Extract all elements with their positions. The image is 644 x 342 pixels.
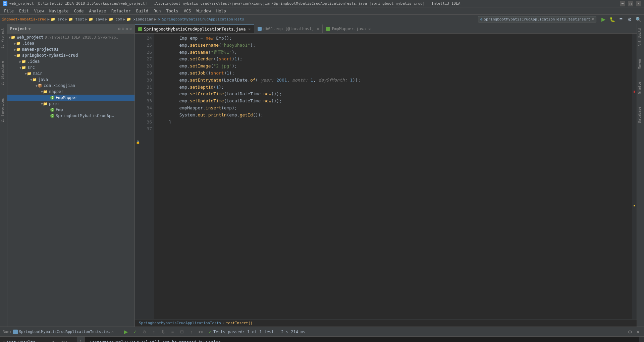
ant-build-label[interactable]: Ant Build	[637, 26, 644, 49]
close-button[interactable]: ✕	[636, 1, 641, 6]
menu-build[interactable]: Build	[133, 8, 151, 14]
menu-edit[interactable]: Edit	[16, 8, 32, 14]
favorites-panel-label[interactable]: 2: Favorites	[0, 95, 7, 125]
breadcrumb-java[interactable]: 📁 java	[89, 17, 104, 21]
left-panel-labels: 1: Project 2: Structure 2: Favorites	[0, 24, 7, 327]
menu-vcs[interactable]: VCS	[181, 8, 194, 14]
tree-springboot-class[interactable]: C SpringbootMybatisCrudAp…	[7, 113, 135, 119]
breadcrumb-com[interactable]: 📁 com	[109, 17, 122, 21]
title-text: web_project [D:\IntelliJ IDEA 2018.3.5\w…	[9, 1, 620, 6]
breadcrumb-class[interactable]: SpringbootMybatisCrudApplicationTests	[139, 321, 221, 325]
menu-refactor[interactable]: Refactor	[109, 8, 133, 14]
database-label[interactable]: Database	[637, 104, 644, 126]
tree-emp-mapper[interactable]: I EmpMapper	[7, 95, 135, 101]
bottom-panel: Run: SpringbootMybatisCrudApplicationTes…	[0, 327, 644, 342]
tree-pojo[interactable]: ▼ 📁 pojo	[7, 101, 135, 107]
tree-java[interactable]: ▼ 📁 java	[7, 77, 135, 83]
tab-close-db-icon[interactable]: ✕	[317, 27, 319, 31]
run-config-name[interactable]: SpringbootMybatisCrudApplicationTests.te…	[19, 330, 110, 334]
tab-tests-java[interactable]: SpringbootMybatisCrudApplicationTests.ja…	[135, 25, 254, 33]
tree-package[interactable]: ▼ 📦 com.xiongjian	[7, 83, 135, 89]
breadcrumb-module[interactable]: ingboot-mybatis-crud	[2, 17, 46, 21]
coverage-button[interactable]: ☂	[617, 16, 625, 23]
run-stop-button[interactable]: ⊘	[141, 328, 148, 336]
code-line-24: Emp emp = new Emp();	[158, 35, 628, 42]
titlebar: I web_project [D:\IntelliJ IDEA 2018.3.5…	[0, 0, 644, 7]
tree-src[interactable]: ▼ 📁 src	[7, 64, 135, 70]
project-panel: Project ▼ ⊕ ≡ ⚙ ✕ ▼ 📁 web_project D:\Int…	[7, 24, 135, 327]
run-settings-btn[interactable]: ⚙	[627, 329, 633, 335]
test-results-label: Test Results	[6, 340, 36, 342]
run-config-label: SpringbootMybatisCrudApplicationTests.te…	[484, 17, 590, 21]
tree-emp[interactable]: C Emp	[7, 107, 135, 113]
tree-springboot-idea[interactable]: ▶ 📁 .idea	[7, 58, 135, 64]
tab-db[interactable]: db01.emp [@localhost] ✕	[254, 25, 323, 33]
maven-label[interactable]: Maven	[637, 56, 644, 72]
gutter-marker-35	[135, 130, 141, 138]
gradle-label[interactable]: Gradle	[637, 79, 644, 97]
menu-code[interactable]: Code	[71, 8, 87, 14]
gutter-marker-31	[135, 95, 141, 104]
run-config-dropdown-icon[interactable]: ▼	[592, 17, 594, 21]
project-view-dropdown[interactable]: ▼	[29, 27, 31, 31]
run-check-button[interactable]: ✓	[131, 328, 139, 336]
console-btn-1[interactable]: ↑	[78, 338, 84, 342]
structure-panel-label[interactable]: 2: Structure	[0, 58, 7, 88]
breadcrumb-xiongjian[interactable]: 📁 xiongjian	[126, 17, 153, 21]
menu-analyze[interactable]: Analyze	[86, 8, 109, 14]
tree-springboot[interactable]: ▼ 📁 springboot-mybatis-crud	[7, 52, 135, 58]
tab-emp-mapper[interactable]: EmpMapper.java ✕	[323, 25, 374, 33]
settings-button[interactable]: ⚙	[626, 16, 633, 23]
run-close-btn[interactable]: ✕	[635, 329, 641, 335]
tree-root[interactable]: ▼ 📁 web_project D:\IntelliJ IDEA 2018.3.…	[7, 34, 135, 40]
run-more[interactable]: >>	[199, 330, 203, 334]
tree-maven[interactable]: ▶ 📁 maven-project01	[7, 46, 135, 52]
run-sort2-button[interactable]: ⇅	[160, 328, 167, 336]
run-sort-button[interactable]: ↕	[150, 328, 158, 336]
gutter-marker-34	[135, 121, 141, 130]
project-settings-icon[interactable]: ⚙	[126, 27, 128, 31]
test-tree: ▼ Test Results 2 s 214 ms ▼ ✓ Springboot…	[0, 337, 77, 342]
debug-button[interactable]: 🐛	[608, 16, 616, 23]
minimize-button[interactable]: ─	[620, 1, 625, 6]
chevron-icon: ▼	[3, 340, 5, 342]
run-up-button[interactable]: ↑	[188, 328, 195, 336]
breadcrumb-method[interactable]: testInsert()	[226, 321, 253, 325]
breadcrumb-class[interactable]: ⚙ SpringbootMybatisCrudApplicationTests	[158, 17, 244, 21]
project-panel-label[interactable]: 1: Project	[0, 26, 7, 51]
run-config-selector[interactable]: ⚙ SpringbootMybatisCrudApplicationTests.…	[478, 16, 596, 22]
divider	[118, 329, 118, 335]
project-collapse-icon[interactable]: ≡	[122, 27, 124, 31]
project-locate-icon[interactable]: ⊕	[118, 27, 120, 31]
code-line-29: emp.setJob((short)1);	[158, 70, 628, 77]
run-expand-button[interactable]: ≡	[169, 328, 176, 336]
code-content[interactable]: Emp emp = new Emp(); emp.setUsername("hu…	[154, 34, 632, 319]
tree-idea[interactable]: ▶ 📁 .idea	[7, 40, 135, 46]
menu-window[interactable]: Window	[194, 8, 213, 14]
menu-tools[interactable]: Tools	[164, 8, 181, 14]
run-button[interactable]: ▶	[600, 16, 607, 23]
tree-mapper[interactable]: ▼ 📁 mapper	[7, 89, 135, 95]
menu-view[interactable]: View	[32, 8, 47, 14]
run-play-button[interactable]: ▶	[122, 328, 129, 336]
console-scrollbar[interactable]	[639, 337, 644, 342]
run-collapse-button[interactable]: ⊟	[178, 328, 186, 336]
run-tab-close[interactable]: ✕	[111, 330, 114, 334]
breadcrumb-src[interactable]: 📁 src	[51, 17, 64, 21]
tab-close-icon[interactable]: ✕	[248, 27, 251, 31]
code-line-37	[158, 126, 628, 133]
menu-help[interactable]: Help	[214, 8, 229, 14]
project-close-icon[interactable]: ✕	[129, 27, 132, 31]
menu-navigate[interactable]: Navigate	[47, 8, 71, 14]
folder-icon: 📁	[21, 59, 26, 64]
window-controls[interactable]: ─ □ ✕	[620, 1, 641, 6]
breadcrumb-test[interactable]: 📁 test	[68, 17, 84, 21]
menu-run[interactable]: Run	[151, 8, 164, 14]
tree-main[interactable]: ▼ 📁 main	[7, 70, 135, 77]
search-button[interactable]: 🔍	[635, 16, 642, 23]
menu-file[interactable]: File	[1, 8, 16, 14]
maximize-button[interactable]: □	[628, 1, 633, 6]
breakpoint-icon: 🔒	[136, 140, 140, 144]
tab-close-emp-icon[interactable]: ✕	[369, 27, 371, 31]
gutter-marker-27	[135, 61, 141, 69]
